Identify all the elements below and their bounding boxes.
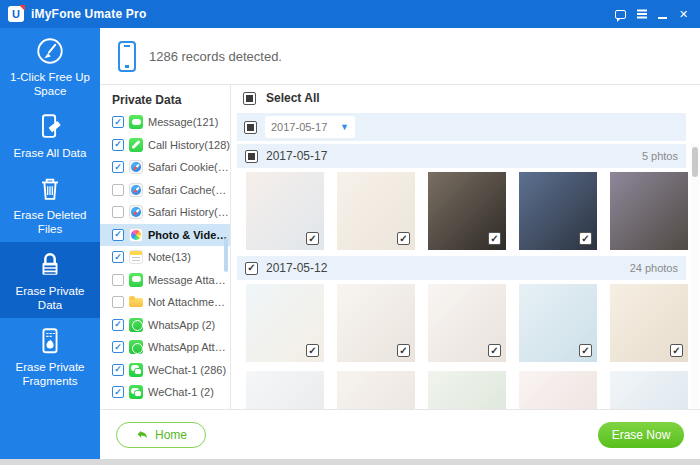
photo-checkbox[interactable]: ✓ [306, 232, 319, 245]
photo-thumb[interactable]: ✓ [519, 172, 597, 250]
private-data-row[interactable]: Message Attachmen... [100, 269, 230, 292]
private-data-row[interactable]: Safari Cache(125) [100, 179, 230, 202]
private-data-label: Safari History(59) [148, 206, 230, 218]
private-data-row[interactable]: ✓WeChat-1 (2) [100, 381, 230, 404]
photo-checkbox[interactable]: ✓ [579, 344, 592, 357]
photo-scrollbar[interactable] [691, 143, 699, 409]
private-data-label: WhatsApp (2) [148, 319, 215, 331]
checkbox[interactable]: ✓ [112, 116, 124, 128]
checkbox[interactable]: ✓ [112, 139, 124, 151]
private-data-row[interactable]: ✓WhatsApp Attachm... [100, 336, 230, 359]
section-count: 5 phtos [642, 150, 678, 162]
checkbox[interactable]: ✓ [112, 229, 124, 241]
private-data-row[interactable]: ✓Photo & Videos(326) [100, 224, 230, 247]
whatsapp-icon [129, 318, 143, 332]
bottom-strip [0, 459, 700, 465]
checkbox[interactable]: ✓ [112, 364, 124, 376]
private-data-row[interactable]: Not Attachment(45) [100, 291, 230, 314]
back-arrow-icon [135, 428, 149, 442]
photo-thumb[interactable] [610, 371, 688, 409]
select-all-checkbox[interactable] [243, 92, 256, 105]
checkbox[interactable]: ✓ [112, 386, 124, 398]
minimize-icon [658, 17, 667, 19]
checkbox[interactable]: ✓ [112, 251, 124, 263]
private-data-row[interactable]: ✓WhatsApp (2) [100, 314, 230, 337]
photo-checkbox[interactable]: ✓ [579, 232, 592, 245]
close-icon: ✕ [679, 9, 688, 20]
date-filter-checkbox[interactable] [244, 121, 257, 134]
menu-icon[interactable] [633, 5, 650, 23]
date-filter-row: 2017-05-17 ▼ [237, 113, 686, 141]
photo-grid: ✓✓✓✓✓ [231, 280, 700, 409]
minimize-button[interactable] [654, 5, 671, 23]
close-button[interactable]: ✕ [675, 5, 692, 23]
home-label: Home [155, 428, 187, 442]
checkbox[interactable]: ✓ [112, 319, 124, 331]
photo-thumb[interactable]: ✓ [610, 284, 688, 362]
message-icon [129, 115, 143, 129]
photo-thumb[interactable] [337, 371, 415, 409]
photo-thumb[interactable]: ✓ [337, 284, 415, 362]
photo-thumb[interactable] [519, 371, 597, 409]
sidebar-item-erase-private-data[interactable]: Erase Private Data [0, 242, 100, 318]
sidebar-item-erase-all-data[interactable]: Erase All Data [0, 104, 100, 166]
photo-thumb[interactable] [610, 172, 688, 250]
sidebar-item-label: Erase Private Fragments [3, 360, 97, 388]
panel-scrollbar-thumb[interactable] [224, 238, 228, 272]
private-data-row[interactable]: ✓Message(121) [100, 111, 230, 134]
private-data-row[interactable]: ✓Safari Cookie(179) [100, 156, 230, 179]
section-checkbox[interactable] [245, 150, 258, 163]
photo-thumb[interactable]: ✓ [337, 172, 415, 250]
date-dropdown[interactable]: 2017-05-17 ▼ [265, 116, 355, 138]
sidebar-item-erase-private-fragments[interactable]: Erase Private Fragments [0, 318, 100, 394]
checkbox[interactable]: ✓ [112, 341, 124, 353]
private-data-label: WhatsApp Attachm... [148, 341, 230, 353]
sidebar-item-one-click-free-up-space[interactable]: 1-Click Free Up Space [0, 28, 100, 104]
phone-icon [129, 138, 143, 152]
private-data-label: Call History(128) [148, 139, 230, 151]
photo-checkbox[interactable]: ✓ [397, 344, 410, 357]
titlebar: iMyFone Umate Pro ✕ [0, 0, 700, 28]
private-data-label: WeChat-1 (2) [148, 386, 214, 398]
section-date: 2017-05-17 [266, 149, 327, 163]
photo-thumb[interactable]: ✓ [519, 284, 597, 362]
photo-checkbox[interactable]: ✓ [670, 344, 683, 357]
photo-scrollbar-thumb[interactable] [692, 147, 698, 177]
erase-now-label: Erase Now [612, 428, 671, 442]
photo-thumb[interactable]: ✓ [246, 284, 324, 362]
checkbox[interactable]: ✓ [112, 161, 124, 173]
section-checkbox[interactable]: ✓ [245, 262, 258, 275]
home-button[interactable]: Home [116, 422, 206, 448]
records-detected-status: 1286 records detected. [149, 49, 282, 64]
sidebar-item-label: Erase All Data [3, 146, 97, 160]
photo-sections: 2017-05-175 phtos✓✓✓✓✓2017-05-1224 photo… [231, 144, 700, 409]
sidebar-item-label: Erase Deleted Files [3, 208, 97, 236]
feedback-icon[interactable] [612, 5, 629, 23]
date-dropdown-value: 2017-05-17 [271, 121, 327, 133]
private-data-row[interactable]: Safari History(59) [100, 201, 230, 224]
photo-thumb[interactable]: ✓ [428, 284, 506, 362]
section-date: 2017-05-12 [266, 261, 327, 275]
app-logo-icon [8, 6, 24, 22]
photo-checkbox[interactable]: ✓ [397, 232, 410, 245]
section-header: ✓2017-05-1224 photos [237, 256, 686, 280]
checkbox[interactable] [112, 206, 124, 218]
checkbox[interactable] [112, 296, 124, 308]
photo-thumb[interactable]: ✓ [246, 172, 324, 250]
checkbox[interactable] [112, 274, 124, 286]
photo-checkbox[interactable]: ✓ [488, 344, 501, 357]
sidebar-item-erase-deleted-files[interactable]: Erase Deleted Files [0, 166, 100, 242]
private-data-row[interactable]: ✓Call History(128) [100, 134, 230, 157]
private-data-row[interactable]: ✓WeChat-1 (286) [100, 359, 230, 382]
photo-checkbox[interactable]: ✓ [306, 344, 319, 357]
checkbox[interactable] [112, 184, 124, 196]
photo-thumb[interactable] [428, 371, 506, 409]
footer: Home Erase Now [100, 409, 700, 459]
photo-thumb[interactable] [246, 371, 324, 409]
photo-checkbox[interactable]: ✓ [488, 232, 501, 245]
phone-eraser-icon [3, 112, 97, 142]
photo-thumb[interactable]: ✓ [428, 172, 506, 250]
private-data-label: Not Attachment(45) [148, 296, 230, 308]
private-data-row[interactable]: ✓Note(13) [100, 246, 230, 269]
erase-now-button[interactable]: Erase Now [598, 422, 684, 448]
